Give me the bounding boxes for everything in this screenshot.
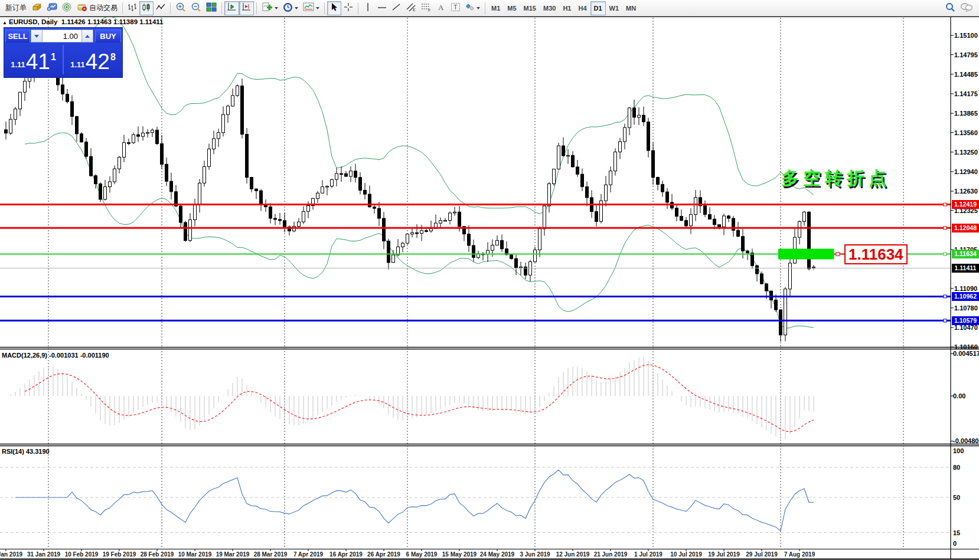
market-watch-button[interactable] <box>44 1 60 15</box>
arrows-tool-button[interactable] <box>463 1 482 15</box>
text-tool-button[interactable]: A <box>434 1 448 15</box>
toolbar-separator <box>170 2 171 14</box>
date-axis-label: 7 Aug 2019 <box>784 551 815 558</box>
price-axis-tick: 1.14795 <box>954 51 978 58</box>
svg-text:E: E <box>413 8 416 12</box>
tile-windows-button[interactable] <box>204 1 219 15</box>
chat-bubbles-icon <box>960 2 973 14</box>
templates-button[interactable] <box>301 1 322 15</box>
buy-button[interactable]: BUY <box>95 30 121 42</box>
svg-text:A: A <box>438 3 444 12</box>
toolbar-separator <box>221 2 222 14</box>
zoom-out-button[interactable] <box>188 1 204 15</box>
timeframe-m5-button[interactable]: M5 <box>504 1 520 15</box>
sell-button[interactable]: SELL <box>5 30 30 42</box>
buy-price-main: 42 <box>86 52 110 72</box>
add-indicator-icon <box>262 2 273 14</box>
date-axis-label: 16 Apr 2019 <box>329 551 363 558</box>
volume-increase-button[interactable] <box>81 30 93 42</box>
toolbar-separator <box>358 2 358 14</box>
autotrading-icon <box>77 2 87 14</box>
price-badge-1.12048: 1.12048 <box>952 224 979 232</box>
chat-button[interactable] <box>958 1 975 15</box>
trendline-tool-button[interactable] <box>389 1 403 15</box>
broadcast-icon <box>62 2 72 14</box>
periods-button[interactable] <box>280 1 301 15</box>
macd-axis-tick: -0.004806 <box>953 437 979 444</box>
date-axis-label: 6 May 2019 <box>406 551 438 558</box>
chevron-down-icon <box>316 7 319 9</box>
price-axis-tick: 1.12940 <box>954 168 978 175</box>
timeframe-mn-button[interactable]: MN <box>622 1 639 15</box>
chevron-down-icon <box>295 7 298 9</box>
date-axis-label: 10 Mar 2019 <box>178 551 212 558</box>
tile-windows-icon <box>206 2 217 14</box>
date-axis-label: 10 Feb 2019 <box>65 551 99 558</box>
volume-decrease-button[interactable] <box>31 30 43 42</box>
date-axis-label: 29 Jul 2019 <box>746 551 777 558</box>
crosshair-icon <box>344 2 353 14</box>
rsi-indicator-label: RSI(14) 43.3190 <box>2 448 50 455</box>
horizontal-line-tool-button[interactable] <box>375 1 389 15</box>
price-callout-label[interactable]: 1.11634 <box>844 244 908 264</box>
shapes-icon <box>465 3 475 14</box>
sell-price[interactable]: 1.11 41 1 <box>4 44 63 76</box>
label-t-icon: T <box>451 2 461 14</box>
toolbar-separator <box>122 2 123 14</box>
date-axis-label: 22 Jan 2019 <box>0 551 22 558</box>
sell-price-prefix: 1.11 <box>11 60 25 69</box>
date-axis-label: 28 Mar 2019 <box>254 551 288 558</box>
fibonacci-icon: F <box>421 2 432 14</box>
crosshair-tool-button[interactable] <box>341 1 355 15</box>
autotrading-label: 自动交易 <box>89 3 118 13</box>
buy-price[interactable]: 1.11 42 8 <box>64 44 122 76</box>
date-axis-label: 19 Feb 2019 <box>103 551 136 558</box>
sell-price-main: 41 <box>26 52 50 72</box>
search-button[interactable] <box>942 1 958 15</box>
bar-chart-type-button[interactable] <box>125 1 139 15</box>
chart-annotation-text[interactable]: 多空转折点 <box>781 166 890 191</box>
chart-canvas[interactable] <box>0 0 979 560</box>
market-watch-icon <box>47 2 57 14</box>
timeframe-w1-button[interactable]: W1 <box>606 1 623 15</box>
channel-tool-button[interactable]: E <box>403 1 419 15</box>
vertical-line-tool-button[interactable] <box>361 1 375 15</box>
new-order-button[interactable]: 新订单 <box>1 1 29 15</box>
zoom-in-icon <box>175 2 186 14</box>
bar-chart-icon <box>128 3 137 14</box>
toolbar-separator <box>256 2 257 14</box>
volume-input[interactable] <box>43 30 81 42</box>
timeframe-h1-button[interactable]: H1 <box>559 1 575 15</box>
new-chart-button[interactable] <box>29 1 44 15</box>
zoom-in-button[interactable] <box>173 1 188 15</box>
date-axis-label: 28 Feb 2019 <box>141 551 174 558</box>
text-label-tool-button[interactable]: T <box>448 1 463 15</box>
zoom-out-icon <box>191 2 201 14</box>
highlight-box[interactable] <box>778 249 834 260</box>
svg-text:F: F <box>428 8 430 12</box>
signals-button[interactable] <box>60 1 74 15</box>
candlestick-chart-type-button[interactable] <box>139 1 154 15</box>
svg-text:T: T <box>453 4 458 11</box>
timeframe-m30-button[interactable]: M30 <box>540 1 559 15</box>
date-axis-label: 19 Jul 2019 <box>708 551 739 558</box>
timeframe-h4-button[interactable]: H4 <box>575 1 590 15</box>
clock-icon <box>283 2 293 14</box>
fibonacci-tool-button[interactable]: F <box>419 1 434 15</box>
price-axis-tick: 1.11090 <box>954 285 977 292</box>
price-badge-1.11634: 1.11634 <box>952 250 979 258</box>
chart-title: EURUSD, Daily 1.11426 1.11463 1.11389 1.… <box>9 18 164 25</box>
price-badge-1.10579: 1.10579 <box>952 316 979 325</box>
chart-shift-button[interactable] <box>239 1 254 15</box>
cursor-tool-button[interactable] <box>327 1 341 15</box>
line-chart-type-button[interactable] <box>154 1 168 15</box>
new-order-label: 新订单 <box>5 3 27 13</box>
date-axis-label: 19 Mar 2019 <box>216 551 250 558</box>
timeframe-d1-button[interactable]: D1 <box>590 1 606 15</box>
indicators-button[interactable] <box>259 1 280 15</box>
timeframe-m1-button[interactable]: M1 <box>488 1 504 15</box>
sell-price-pip: 1 <box>51 52 56 63</box>
timeframe-m15-button[interactable]: M15 <box>520 1 540 15</box>
auto-scroll-button[interactable] <box>224 1 239 15</box>
autotrading-button[interactable]: 自动交易 <box>74 1 120 15</box>
